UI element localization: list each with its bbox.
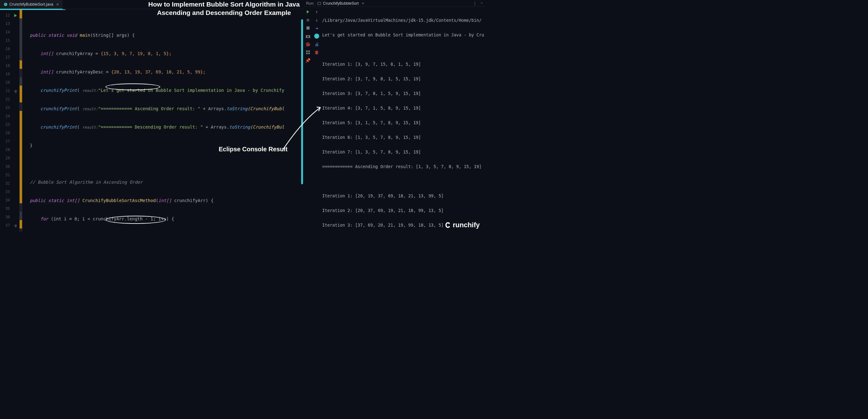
- svg-text:C: C: [5, 3, 6, 5]
- console-line: [322, 46, 484, 54]
- arrow-down-icon[interactable]: ↓: [314, 18, 319, 22]
- console-line: Iteration 4: [3, 7, 1, 5, 8, 9, 15, 19]: [322, 104, 484, 112]
- scroll-end-icon[interactable]: [314, 34, 319, 39]
- svg-rect-8: [306, 53, 308, 54]
- svg-rect-3: [306, 26, 310, 30]
- editor-tab[interactable]: C CrunchifyBubbleSort.java ×: [0, 0, 63, 9]
- gear-icon[interactable]: ⚙: [306, 18, 310, 22]
- svg-rect-6: [306, 51, 308, 52]
- tutorial-title: How to Implement Bubble Sort Algorithm i…: [142, 0, 306, 17]
- pin-icon[interactable]: 📌: [306, 58, 310, 63]
- title-line2: Ascending and Descending Order Example: [142, 8, 306, 17]
- title-line1: How to Implement Bubble Sort Algorithm i…: [142, 0, 306, 8]
- bug-icon[interactable]: 🐞: [306, 42, 310, 47]
- override-marker: @: [12, 87, 19, 95]
- arrow-up-icon[interactable]: ↑: [314, 9, 319, 14]
- run-header: Run: CrunchifyBubbleSort × ⋮ −: [304, 0, 485, 7]
- svg-rect-9: [308, 53, 310, 54]
- editor-tab-filename: CrunchifyBubbleSort.java: [9, 2, 53, 6]
- run-tab-icon: [317, 2, 321, 5]
- run-panel: Run: CrunchifyBubbleSort × ⋮ − ⚙ 🐞 📌: [304, 0, 485, 232]
- console-line: ============ Ascending Order result: [1,…: [322, 163, 484, 171]
- run-toolbar-left: ⚙ 🐞 📌: [304, 7, 312, 232]
- close-icon[interactable]: ×: [56, 2, 59, 7]
- soft-wrap-icon[interactable]: ⇥: [314, 26, 319, 31]
- annotation-label: Eclipse Console Result: [219, 146, 287, 153]
- run-toolbar-right: ↑ ↓ ⇥ 🖨 🗑: [312, 7, 321, 232]
- console-line: Iteration 6: [1, 3, 5, 7, 8, 9, 15, 19]: [322, 134, 484, 141]
- crunchify-logo: runchify: [444, 221, 480, 229]
- editor-panel: C CrunchifyBubbleSort.java × How to Impl…: [0, 0, 304, 232]
- console-line: Iteration 5: [3, 1, 5, 7, 8, 9, 15, 19]: [322, 119, 484, 127]
- console-line: Iteration 7: [1, 3, 5, 7, 8, 9, 15, 19]: [322, 148, 484, 156]
- fold-gutter[interactable]: [19, 10, 22, 232]
- console-line: [322, 178, 484, 185]
- logo-text: runchify: [453, 221, 480, 229]
- console-output[interactable]: /Library/Java/JavaVirtualMachines/jdk-15…: [321, 7, 485, 232]
- run-line-icon[interactable]: [12, 11, 19, 20]
- console-line: Iteration 1: [3, 9, 7, 15, 8, 1, 5, 19]: [322, 61, 484, 68]
- console-line: Iteration 3: [3, 7, 8, 1, 5, 9, 15, 19]: [322, 90, 484, 97]
- java-class-icon: C: [4, 2, 7, 6]
- console-line: /Library/Java/JavaVirtualMachines/jdk-15…: [322, 17, 484, 24]
- more-icon[interactable]: ⋮: [473, 1, 477, 6]
- code-area[interactable]: public static void main(String[] args) {…: [22, 10, 304, 232]
- editor-scrollbar[interactable]: [301, 19, 304, 232]
- override-marker: @: [12, 221, 19, 230]
- print-icon[interactable]: 🖨: [314, 42, 319, 47]
- camera-icon[interactable]: [306, 34, 310, 39]
- run-label: Run:: [306, 1, 314, 6]
- svg-rect-7: [308, 51, 310, 52]
- delete-icon[interactable]: 🗑: [314, 50, 319, 55]
- logo-icon: [444, 222, 452, 229]
- line-number-gutter: 121314 151617 181920 212223 242526 27282…: [0, 10, 12, 232]
- scroll-thumb[interactable]: [301, 19, 303, 184]
- minimize-icon[interactable]: −: [480, 1, 483, 6]
- run-gutter: @ @: [12, 10, 19, 232]
- run-tab-name: CrunchifyBubbleSort: [323, 1, 359, 6]
- layout-icon[interactable]: [306, 50, 310, 55]
- svg-rect-2: [318, 2, 321, 5]
- console-line: Iteration 1: [20, 19, 37, 69, 18, 21, 13…: [322, 192, 484, 200]
- console-line: Iteration 2: [3, 7, 9, 8, 1, 5, 15, 19]: [322, 75, 484, 83]
- svg-point-5: [307, 36, 309, 37]
- console-line: Iteration 2: [20, 37, 69, 19, 21, 18, 99…: [322, 207, 484, 214]
- code-editor[interactable]: 121314 151617 181920 212223 242526 27282…: [0, 10, 304, 232]
- run-tab[interactable]: CrunchifyBubbleSort ×: [317, 1, 364, 6]
- close-icon[interactable]: ×: [362, 1, 364, 6]
- console-line: Let's get started on Bubble Sort impleme…: [322, 31, 484, 39]
- stop-icon[interactable]: [306, 26, 310, 31]
